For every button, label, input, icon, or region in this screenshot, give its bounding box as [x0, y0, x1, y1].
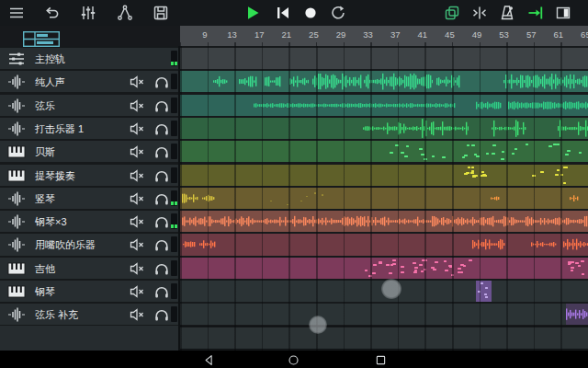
track-header[interactable]: 钢琴×3 [0, 211, 178, 232]
mute-button[interactable] [129, 236, 145, 253]
audio-clip-waveform[interactable] [476, 95, 502, 116]
track-lane[interactable] [180, 211, 588, 232]
pattern-clip[interactable] [476, 281, 492, 302]
monitor-button[interactable] [153, 306, 170, 323]
audio-clip-waveform[interactable] [472, 234, 505, 255]
mute-button[interactable] [129, 144, 145, 160]
mute-button[interactable] [129, 213, 145, 230]
monitor-button[interactable] [153, 213, 170, 230]
follow-playhead-icon[interactable] [526, 4, 545, 22]
audio-clip-waveform[interactable] [492, 118, 526, 139]
track-header[interactable]: 贝斯 [0, 141, 178, 162]
snap-icon[interactable] [470, 4, 489, 22]
monitor-button[interactable] [153, 121, 170, 137]
tracks-view-tab[interactable] [23, 31, 60, 47]
monitor-button[interactable] [153, 98, 170, 114]
record-button[interactable] [301, 4, 320, 22]
empty-lane-area[interactable] [180, 328, 588, 349]
audio-clip-waveform[interactable] [508, 95, 588, 116]
track-header[interactable]: 吉他 [0, 258, 178, 279]
audio-clip-waveform[interactable] [563, 234, 588, 255]
track-lane[interactable] [180, 95, 588, 116]
monitor-button[interactable] [153, 167, 170, 184]
audio-clip-waveform[interactable] [254, 95, 456, 116]
monitor-button[interactable] [153, 190, 170, 207]
midi-note [581, 260, 584, 262]
audio-clip-waveform[interactable] [363, 118, 469, 139]
track-lane[interactable] [180, 71, 588, 92]
track-header[interactable]: 打击乐器 1 [0, 118, 178, 139]
midi-note [471, 144, 475, 146]
track-lane[interactable] [180, 304, 588, 325]
track-header[interactable]: 主控轨 [0, 48, 178, 69]
panel-toggle-icon[interactable] [554, 4, 572, 22]
monitor-button[interactable] [153, 260, 170, 277]
loop-button[interactable] [329, 4, 347, 22]
undo-icon[interactable] [42, 4, 61, 22]
mute-button[interactable] [129, 190, 145, 207]
midi-note [395, 144, 399, 146]
menu-icon[interactable] [7, 4, 26, 22]
duplicate-icon[interactable] [443, 4, 461, 22]
monitor-button[interactable] [153, 144, 170, 160]
track-lane[interactable] [180, 281, 588, 302]
audio-clip-waveform[interactable] [312, 71, 362, 92]
track-header[interactable]: 弦乐 补充 [0, 304, 178, 325]
track-header[interactable]: 钢琴 [0, 281, 178, 302]
audio-clip-waveform[interactable] [199, 234, 216, 255]
audio-clip-waveform[interactable] [436, 71, 460, 92]
audio-clip-waveform[interactable] [558, 118, 588, 139]
track-header[interactable]: 弦乐 [0, 95, 178, 116]
mute-button[interactable] [129, 98, 145, 114]
track-header[interactable]: 竖琴 [0, 188, 178, 209]
track-lane[interactable] [180, 118, 588, 139]
mute-button[interactable] [129, 121, 145, 137]
audio-clip-waveform[interactable] [503, 71, 588, 92]
mute-button[interactable] [129, 283, 145, 300]
audio-clip-waveform[interactable] [531, 234, 557, 255]
skip-to-start-button[interactable] [274, 4, 292, 22]
track-lane[interactable] [180, 165, 588, 186]
track-header[interactable]: 纯人声 [0, 71, 178, 92]
monitor-button[interactable] [153, 74, 170, 90]
track-lane[interactable] [180, 234, 588, 255]
midi-note [451, 274, 455, 276]
tools-icon[interactable] [116, 4, 134, 22]
mixer-icon[interactable] [79, 4, 97, 22]
monitor-button[interactable] [153, 236, 170, 253]
audio-clip-waveform[interactable] [570, 188, 579, 209]
audio-clip-waveform[interactable] [265, 71, 281, 92]
track-header[interactable]: 提琴拨奏 [0, 165, 178, 186]
track-lane[interactable] [180, 48, 588, 69]
monitor-button[interactable] [153, 283, 170, 300]
audio-clip-waveform[interactable] [182, 188, 198, 209]
mute-button[interactable] [129, 260, 145, 277]
track-lane[interactable] [180, 141, 588, 162]
play-button[interactable] [243, 4, 262, 22]
nav-home-button[interactable] [287, 353, 300, 367]
audio-clip-waveform[interactable] [239, 71, 257, 92]
metronome-icon[interactable] [498, 4, 516, 22]
audio-clip-waveform[interactable] [491, 188, 500, 209]
audio-clip-waveform[interactable] [364, 71, 433, 92]
midi-note [467, 144, 470, 146]
track-header[interactable]: 用嘴吹的乐器 [0, 234, 178, 255]
mute-button[interactable] [129, 306, 145, 323]
audio-clip-waveform[interactable] [182, 211, 588, 232]
track-name: 钢琴×3 [35, 215, 67, 229]
nav-recents-button[interactable] [374, 353, 388, 367]
audio-clip-waveform[interactable] [202, 188, 215, 209]
audio-clip-waveform[interactable] [213, 71, 228, 92]
timeline-ruler[interactable]: 91317212529333741454953576165 [180, 26, 588, 46]
nav-back-button[interactable] [202, 353, 216, 367]
audio-clip-waveform[interactable] [289, 71, 309, 92]
track-lane[interactable] [180, 258, 588, 279]
mute-button[interactable] [129, 167, 145, 184]
track-lane[interactable] [180, 188, 588, 209]
save-icon[interactable] [152, 4, 170, 22]
mute-button[interactable] [129, 74, 145, 90]
midi-note [469, 259, 472, 261]
midi-note [406, 145, 410, 147]
audio-clip-waveform[interactable] [183, 234, 196, 255]
pattern-clip[interactable] [566, 304, 588, 325]
